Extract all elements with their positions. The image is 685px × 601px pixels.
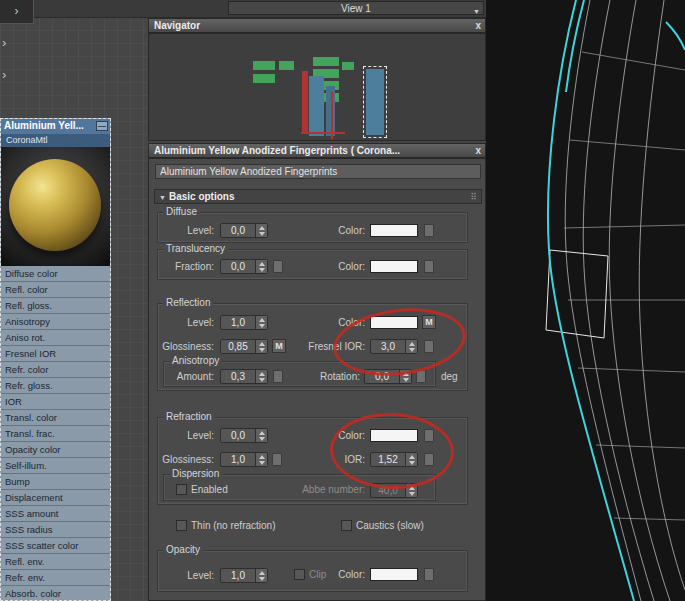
node-slot-opacity-color[interactable]: Opacity color <box>1 442 110 458</box>
node-slot-refl-env[interactable]: Refl. env. <box>1 554 110 570</box>
opacity-color-label: Color: <box>322 568 365 581</box>
node-slot-aniso-rot[interactable]: Aniso rot. <box>1 330 110 346</box>
node-slot-bump[interactable]: Bump <box>1 474 110 490</box>
minimap-node[interactable] <box>253 61 275 70</box>
opacity-color-swatch[interactable] <box>370 568 418 581</box>
reflection-glossiness-value: 0,85 <box>221 340 255 353</box>
node-slot-refr-gloss[interactable]: Refr. gloss. <box>1 378 110 394</box>
scroll-chevron-icon[interactable]: › <box>2 70 6 80</box>
opacity-level-spinner[interactable]: 1,0 <box>220 568 268 583</box>
reflection-group-label: Reflection <box>163 297 213 308</box>
minimap-node[interactable] <box>313 57 339 66</box>
material-node-header[interactable]: Aluminium Yell... — <box>1 119 110 134</box>
anisotropy-amount-map-button[interactable] <box>273 370 283 383</box>
node-slot-fresnel-ior[interactable]: Fresnel IOR <box>1 346 110 362</box>
material-preview-sphere <box>9 159 101 251</box>
node-slot-refr-env[interactable]: Refr. env. <box>1 570 110 586</box>
abbe-number-label: Abbe number: <box>290 483 365 496</box>
node-slot-anisotropy[interactable]: Anisotropy <box>1 314 110 330</box>
minimap-node[interactable] <box>302 71 308 133</box>
spinner-arrows[interactable] <box>255 260 267 273</box>
node-slot-transl-frac[interactable]: Transl. frac. <box>1 426 110 442</box>
translucency-fraction-spinner[interactable]: 0,0 <box>220 259 268 274</box>
minimap-node[interactable] <box>253 74 275 83</box>
spinner-arrows[interactable] <box>255 569 267 582</box>
node-slot-self-illum[interactable]: Self-illum. <box>1 458 110 474</box>
spinner-down-icon[interactable] <box>256 347 267 354</box>
diffuse-color-swatch[interactable] <box>370 224 418 237</box>
rollout-basic-options[interactable]: ▼Basic options ⠿ <box>154 189 482 204</box>
material-name-field[interactable]: Aluminium Yellow Anodized Fingerprints <box>155 164 481 179</box>
node-slot-diffuse-color[interactable]: Diffuse color <box>1 266 110 282</box>
navigator-close-button[interactable]: x <box>475 19 481 32</box>
navigator-titlebar[interactable]: Navigator x <box>148 18 486 33</box>
translucency-fraction-map-button[interactable] <box>273 260 283 273</box>
spinner-arrows[interactable] <box>255 340 267 353</box>
node-slot-transl-color[interactable]: Transl. color <box>1 410 110 426</box>
node-slot-displacement[interactable]: Displacement <box>1 490 110 506</box>
slate-material-editor: View 1 ▼ › › › Navigator x Aluminium Yel… <box>0 0 685 601</box>
node-slot-refl-color[interactable]: Refl. color <box>1 282 110 298</box>
anisotropy-amount-label: Amount: <box>150 370 214 383</box>
minimap-selected-node[interactable] <box>363 66 387 138</box>
viewport-3d[interactable] <box>486 0 685 601</box>
anisotropy-amount-spinner[interactable]: 0,3 <box>220 369 268 384</box>
scroll-chevron-icon[interactable]: › <box>2 38 6 48</box>
slate-corner-button[interactable]: › <box>0 0 34 24</box>
spinner-arrows[interactable] <box>255 429 267 442</box>
spinner-down-icon[interactable] <box>256 377 267 384</box>
rollout-label: Basic options <box>169 191 235 202</box>
navigator-canvas[interactable] <box>148 33 486 141</box>
view-selector[interactable]: View 1 ▼ <box>228 1 484 15</box>
node-minimize-button[interactable]: — <box>96 121 108 131</box>
material-window-titlebar[interactable]: Aluminium Yellow Anodized Fingerprints (… <box>148 143 486 158</box>
opacity-group-label: Opacity <box>163 544 203 555</box>
refraction-glossiness-map-button[interactable] <box>272 453 282 466</box>
spinner-down-icon[interactable] <box>256 323 267 330</box>
spinner-arrows[interactable] <box>255 224 267 237</box>
material-node-type: CoronaMtl <box>1 134 110 147</box>
refraction-glossiness-spinner[interactable]: 1,0 <box>220 452 268 467</box>
minimap-node[interactable] <box>309 76 324 136</box>
caustics-slow-label: Caustics (slow) <box>356 519 466 532</box>
node-slot-absorb-color[interactable]: Absorb. color <box>1 586 110 600</box>
dispersion-enabled-checkbox[interactable] <box>176 484 187 495</box>
diffuse-level-spinner[interactable]: 0,0 <box>220 223 268 238</box>
opacity-clip-checkbox[interactable] <box>294 569 305 580</box>
spinner-down-icon[interactable] <box>256 576 267 583</box>
diffuse-color-map-button[interactable] <box>424 224 434 237</box>
refraction-level-spinner[interactable]: 0,0 <box>220 428 268 443</box>
rollout-arrow-icon: ▼ <box>159 194 166 201</box>
node-slot-sss-scatter-color[interactable]: SSS scatter color <box>1 538 110 554</box>
node-slot-sss-radius[interactable]: SSS radius <box>1 522 110 538</box>
node-slot-sss-amount[interactable]: SSS amount <box>1 506 110 522</box>
view-selector-label: View 1 <box>341 3 371 14</box>
spinner-arrows[interactable] <box>255 370 267 383</box>
thin-no-refraction-checkbox[interactable] <box>176 520 187 531</box>
spinner-arrows[interactable] <box>255 316 267 329</box>
reflection-glossiness-spinner[interactable]: 0,85 <box>220 339 268 354</box>
node-slot-refr-color[interactable]: Refr. color <box>1 362 110 378</box>
translucency-color-map-button[interactable] <box>424 260 434 273</box>
reflection-level-spinner[interactable]: 1,0 <box>220 315 268 330</box>
material-node[interactable]: Aluminium Yell... — CoronaMtl Diffuse co… <box>0 118 111 601</box>
spinner-down-icon[interactable] <box>400 377 411 384</box>
opacity-color-map-button[interactable] <box>424 568 434 581</box>
dropdown-arrow-icon: ▼ <box>473 5 480 18</box>
minimap-node[interactable] <box>279 61 294 70</box>
anisotropy-group-label: Anisotropy <box>169 355 222 366</box>
diffuse-level-label: Level: <box>150 224 214 237</box>
minimap-node[interactable] <box>342 62 354 70</box>
translucency-color-swatch[interactable] <box>370 260 418 273</box>
caustics-slow-checkbox[interactable] <box>341 520 352 531</box>
spinner-down-icon[interactable] <box>256 460 267 467</box>
spinner-arrows[interactable] <box>255 453 267 466</box>
spinner-down-icon[interactable] <box>256 231 267 238</box>
reflection-glossiness-m-button[interactable]: M <box>272 339 286 353</box>
node-slot-refl-gloss[interactable]: Refl. gloss. <box>1 298 110 314</box>
spinner-down-icon[interactable] <box>256 436 267 443</box>
material-window-close-button[interactable]: x <box>475 144 481 157</box>
diffuse-group-label: Diffuse <box>163 206 200 217</box>
spinner-down-icon[interactable] <box>256 267 267 274</box>
node-slot-ior[interactable]: IOR <box>1 394 110 410</box>
